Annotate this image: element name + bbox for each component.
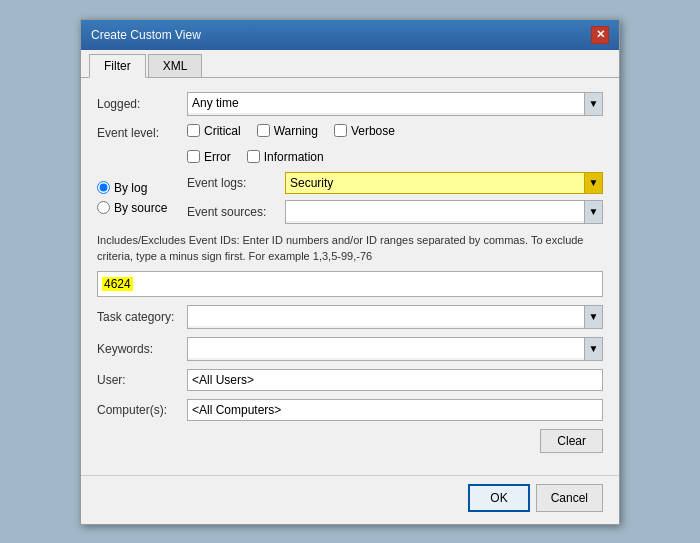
keywords-label: Keywords: [97, 342, 187, 356]
by-source-radio[interactable] [97, 201, 110, 214]
event-sources-dropdown-arrow[interactable]: ▼ [584, 201, 602, 223]
bottom-buttons: OK Cancel [81, 475, 619, 524]
keywords-row: Keywords: ▼ [97, 337, 603, 361]
tab-filter[interactable]: Filter [89, 54, 146, 78]
logged-select[interactable]: Any time [188, 93, 584, 113]
event-sources-row: Event sources: ▼ [187, 200, 603, 224]
information-checkbox-item: Information [247, 150, 324, 164]
close-button[interactable]: ✕ [591, 26, 609, 44]
computer-input[interactable] [187, 399, 603, 421]
task-category-select-wrap[interactable]: ▼ [187, 305, 603, 329]
by-log-label: By log [114, 181, 147, 195]
event-sources-label: Event sources: [187, 205, 277, 219]
checkboxes-row2: Error Information [187, 150, 603, 164]
critical-label: Critical [204, 124, 241, 138]
by-source-label: By source [114, 201, 167, 215]
verbose-label: Verbose [351, 124, 395, 138]
keywords-select[interactable] [188, 338, 584, 358]
critical-checkbox[interactable] [187, 124, 200, 137]
error-checkbox-item: Error [187, 150, 231, 164]
event-logs-select-wrap[interactable]: Security ▼ [285, 172, 603, 194]
event-id-container: 4624 [97, 271, 603, 297]
logged-dropdown-arrow[interactable]: ▼ [584, 93, 602, 115]
checkboxes-row1: Critical Warning Verbose [187, 124, 603, 138]
verbose-checkbox[interactable] [334, 124, 347, 137]
keywords-select-wrap[interactable]: ▼ [187, 337, 603, 361]
event-logs-row: Event logs: Security ▼ [187, 172, 603, 194]
user-row: User: [97, 369, 603, 391]
dialog-title: Create Custom View [91, 28, 201, 42]
filter-content: Logged: Any time ▼ Event level: Critical… [81, 78, 619, 475]
event-logs-select[interactable]: Security [286, 173, 584, 193]
by-source-radio-item: By source [97, 201, 187, 215]
description-text: Includes/Excludes Event IDs: Enter ID nu… [97, 232, 603, 265]
task-category-select[interactable] [188, 306, 584, 326]
computer-label: Computer(s): [97, 403, 187, 417]
warning-checkbox[interactable] [257, 124, 270, 137]
task-category-dropdown-arrow[interactable]: ▼ [584, 306, 602, 328]
radio-section: By log By source Event logs: Security ▼ [97, 172, 603, 224]
user-label: User: [97, 373, 187, 387]
verbose-checkbox-item: Verbose [334, 124, 395, 138]
critical-checkbox-item: Critical [187, 124, 241, 138]
title-bar: Create Custom View ✕ [81, 20, 619, 50]
task-category-label: Task category: [97, 310, 187, 324]
event-logs-dropdown-arrow[interactable]: ▼ [584, 173, 602, 193]
event-level-row: Event level: Critical Warning Verbose [97, 124, 603, 142]
event-level-label: Event level: [97, 126, 187, 140]
clear-button[interactable]: Clear [540, 429, 603, 453]
keywords-dropdown-arrow[interactable]: ▼ [584, 338, 602, 360]
by-log-radio[interactable] [97, 181, 110, 194]
by-log-radio-item: By log [97, 181, 187, 195]
error-label: Error [204, 150, 231, 164]
information-checkbox[interactable] [247, 150, 260, 163]
task-category-row: Task category: ▼ [97, 305, 603, 329]
tab-xml[interactable]: XML [148, 54, 203, 77]
cancel-button[interactable]: Cancel [536, 484, 603, 512]
event-sources-select[interactable] [286, 201, 584, 221]
user-input[interactable] [187, 369, 603, 391]
logged-select-wrap[interactable]: Any time ▼ [187, 92, 603, 116]
event-log-section: Event logs: Security ▼ Event sources: [187, 172, 603, 224]
logged-label: Logged: [97, 97, 187, 111]
error-checkbox[interactable] [187, 150, 200, 163]
event-id-value: 4624 [102, 277, 133, 291]
logged-row: Logged: Any time ▼ [97, 92, 603, 116]
ok-button[interactable]: OK [468, 484, 529, 512]
tab-bar: Filter XML [81, 50, 619, 78]
warning-label: Warning [274, 124, 318, 138]
event-sources-select-wrap[interactable]: ▼ [285, 200, 603, 224]
create-custom-view-dialog: Create Custom View ✕ Filter XML Logged: … [80, 19, 620, 525]
radio-col: By log By source [97, 181, 187, 215]
event-id-input[interactable] [133, 277, 598, 291]
information-label: Information [264, 150, 324, 164]
warning-checkbox-item: Warning [257, 124, 318, 138]
computer-row: Computer(s): [97, 399, 603, 421]
event-logs-label: Event logs: [187, 176, 277, 190]
